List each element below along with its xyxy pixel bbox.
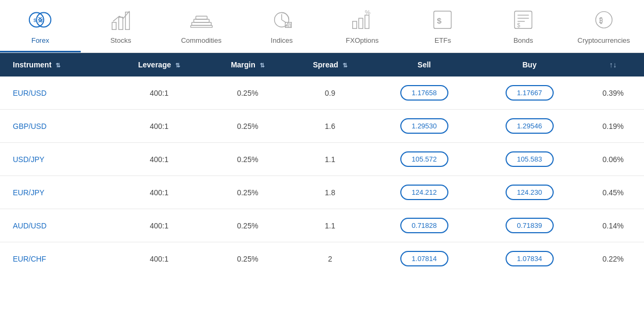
sell-button[interactable]: 124.212 bbox=[400, 185, 448, 200]
tab-commodities[interactable]: Commodities bbox=[161, 0, 242, 52]
cell-change: 0.06% bbox=[582, 143, 644, 176]
cell-spread: 1.8 bbox=[289, 176, 372, 209]
svg-rect-17 bbox=[353, 21, 357, 28]
tab-bonds-label: Bonds bbox=[514, 36, 533, 44]
table-row: AUD/USD 400:1 0.25% 1.1 0.71828 0.71839 … bbox=[0, 209, 644, 242]
indices-icon bbox=[268, 6, 295, 33]
tab-etfs[interactable]: $ ETFs bbox=[402, 0, 483, 52]
cell-buy[interactable]: 1.07834 bbox=[477, 242, 582, 276]
svg-rect-7 bbox=[191, 22, 211, 26]
tab-fxoptions[interactable]: % FXOptions bbox=[322, 0, 403, 52]
forex-icon: $ € bbox=[27, 6, 53, 33]
cell-leverage: 400:1 bbox=[112, 110, 207, 143]
sell-button[interactable]: 105.572 bbox=[400, 151, 448, 167]
th-leverage[interactable]: Leverage ⇅ bbox=[112, 53, 207, 76]
cell-leverage: 400:1 bbox=[112, 209, 207, 242]
cell-sell[interactable]: 1.07814 bbox=[371, 242, 477, 276]
th-buy: Buy bbox=[477, 53, 582, 76]
svg-rect-8 bbox=[193, 19, 209, 22]
svg-text:$: $ bbox=[517, 22, 521, 28]
cryptocurrencies-icon: ₿ bbox=[591, 6, 617, 33]
stocks-icon bbox=[107, 6, 134, 33]
buy-button[interactable]: 105.583 bbox=[506, 151, 554, 167]
cell-buy[interactable]: 124.230 bbox=[477, 176, 582, 209]
table-row: EUR/USD 400:1 0.25% 0.9 1.17658 1.17667 … bbox=[0, 76, 644, 110]
buy-button[interactable]: 124.230 bbox=[506, 185, 554, 200]
tab-stocks[interactable]: Stocks bbox=[81, 0, 161, 52]
tab-indices-label: Indices bbox=[271, 36, 293, 44]
th-instrument[interactable]: Instrument ⇅ bbox=[0, 53, 112, 76]
cell-spread: 1.6 bbox=[289, 110, 372, 143]
change-sort-arrows: ↑↓ bbox=[609, 60, 617, 69]
tab-forex-label: Forex bbox=[32, 36, 49, 44]
table-row: EUR/CHF 400:1 0.25% 2 1.07814 1.07834 0.… bbox=[0, 242, 644, 276]
svg-rect-5 bbox=[119, 17, 123, 29]
table-row: EUR/JPY 400:1 0.25% 1.8 124.212 124.230 … bbox=[0, 176, 644, 209]
cell-spread: 1.1 bbox=[289, 143, 372, 176]
bonds-icon: $ bbox=[510, 6, 537, 33]
cell-spread: 2 bbox=[289, 242, 372, 276]
cell-instrument[interactable]: USD/JPY bbox=[0, 143, 112, 176]
cell-spread: 0.9 bbox=[289, 76, 372, 110]
cell-instrument[interactable]: EUR/CHF bbox=[0, 242, 112, 276]
buy-button[interactable]: 1.17667 bbox=[506, 85, 554, 101]
tab-bonds[interactable]: $ Bonds bbox=[483, 0, 564, 52]
tab-stocks-label: Stocks bbox=[110, 36, 131, 44]
cell-buy[interactable]: 0.71839 bbox=[477, 209, 582, 242]
buy-button[interactable]: 1.07834 bbox=[506, 251, 554, 266]
cell-margin: 0.25% bbox=[207, 176, 289, 209]
sell-button[interactable]: 1.07814 bbox=[400, 251, 448, 266]
cell-sell[interactable]: 105.572 bbox=[371, 143, 477, 176]
tab-commodities-label: Commodities bbox=[181, 36, 222, 44]
etfs-icon: $ bbox=[429, 6, 456, 33]
cell-instrument[interactable]: GBP/USD bbox=[0, 110, 112, 143]
sort-spread-icon: ⇅ bbox=[343, 62, 347, 69]
svg-rect-18 bbox=[359, 18, 363, 28]
cell-instrument[interactable]: AUD/USD bbox=[0, 209, 112, 242]
cell-buy[interactable]: 1.17667 bbox=[477, 76, 582, 110]
cell-margin: 0.25% bbox=[207, 143, 289, 176]
svg-rect-19 bbox=[365, 15, 369, 28]
tab-cryptocurrencies[interactable]: ₿ Cryptocurrencies bbox=[563, 0, 644, 52]
tab-fxoptions-label: FXOptions bbox=[346, 36, 378, 44]
sort-leverage-icon: ⇅ bbox=[175, 62, 180, 69]
instruments-table: Instrument ⇅ Leverage ⇅ Margin ⇅ Spread … bbox=[0, 53, 644, 275]
svg-text:%: % bbox=[365, 9, 370, 16]
th-margin[interactable]: Margin ⇅ bbox=[207, 53, 289, 76]
sort-margin-icon: ⇅ bbox=[260, 62, 265, 69]
cell-leverage: 400:1 bbox=[112, 143, 207, 176]
cell-sell[interactable]: 0.71828 bbox=[371, 209, 477, 242]
cell-change: 0.45% bbox=[582, 176, 644, 209]
svg-rect-9 bbox=[196, 16, 207, 19]
th-sell: Sell bbox=[371, 53, 477, 76]
cell-sell[interactable]: 124.212 bbox=[371, 176, 477, 209]
cell-buy[interactable]: 1.29546 bbox=[477, 110, 582, 143]
cell-instrument[interactable]: EUR/JPY bbox=[0, 176, 112, 209]
sell-button[interactable]: 1.17658 bbox=[400, 85, 448, 101]
table-row: USD/JPY 400:1 0.25% 1.1 105.572 105.583 … bbox=[0, 143, 644, 176]
cell-buy[interactable]: 105.583 bbox=[477, 143, 582, 176]
tab-indices[interactable]: Indices bbox=[242, 0, 322, 52]
svg-rect-16 bbox=[289, 24, 291, 28]
svg-text:₿: ₿ bbox=[599, 17, 603, 25]
cell-change: 0.19% bbox=[582, 110, 644, 143]
svg-rect-10 bbox=[190, 26, 212, 28]
tab-forex[interactable]: $ € Forex bbox=[0, 0, 81, 52]
cell-change: 0.39% bbox=[582, 76, 644, 110]
cell-sell[interactable]: 1.29530 bbox=[371, 110, 477, 143]
cell-leverage: 400:1 bbox=[112, 176, 207, 209]
svg-line-13 bbox=[282, 20, 286, 22]
cell-sell[interactable]: 1.17658 bbox=[371, 76, 477, 110]
cell-leverage: 400:1 bbox=[112, 76, 207, 110]
cell-margin: 0.25% bbox=[207, 242, 289, 276]
buy-button[interactable]: 1.29546 bbox=[506, 118, 554, 134]
cell-instrument[interactable]: EUR/USD bbox=[0, 76, 112, 110]
cell-change: 0.14% bbox=[582, 209, 644, 242]
sell-button[interactable]: 1.29530 bbox=[400, 118, 448, 134]
th-spread[interactable]: Spread ⇅ bbox=[289, 53, 372, 76]
svg-point-28 bbox=[595, 12, 612, 28]
sell-button[interactable]: 0.71828 bbox=[400, 218, 448, 233]
cell-leverage: 400:1 bbox=[112, 242, 207, 276]
table-row: GBP/USD 400:1 0.25% 1.6 1.29530 1.29546 … bbox=[0, 110, 644, 143]
buy-button[interactable]: 0.71839 bbox=[506, 218, 554, 233]
